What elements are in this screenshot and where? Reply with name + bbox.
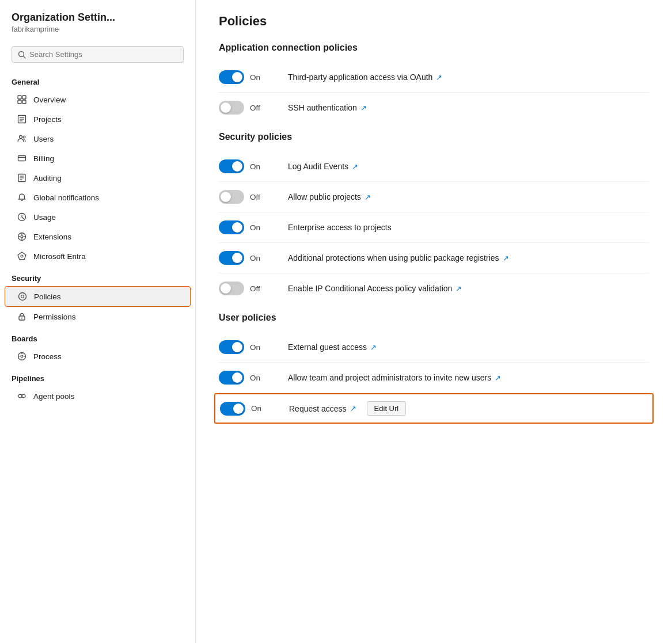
toggle-package-registries[interactable] <box>219 251 244 265</box>
toggle-wrapper-oauth: On <box>219 70 288 84</box>
edit-url-button[interactable]: Edit Url <box>367 401 407 416</box>
link-icon-package-registries[interactable]: ↗ <box>503 254 509 262</box>
toggle-wrapper-request-access: On <box>220 402 289 416</box>
sidebar-item-microsoft-entra[interactable]: Microsoft Entra <box>5 246 191 266</box>
svg-rect-2 <box>18 96 21 99</box>
toggle-public-projects[interactable] <box>219 190 244 204</box>
sidebar-item-auditing[interactable]: Auditing <box>5 168 191 188</box>
agent-pools-icon <box>16 390 28 402</box>
policy-name-external-guest: External guest access ↗ <box>288 343 377 352</box>
search-box[interactable] <box>12 46 184 63</box>
toggle-label-log-audit: On <box>250 162 268 171</box>
toggle-knob-oauth <box>232 72 242 82</box>
policies-icon <box>17 291 28 302</box>
sidebar-item-label: Agent pools <box>33 392 74 401</box>
svg-rect-5 <box>22 100 26 104</box>
toggle-knob-package-registries <box>232 253 242 263</box>
toggle-knob-ip-conditional <box>221 283 231 294</box>
sidebar-item-label: Global notifications <box>33 193 99 202</box>
sidebar-item-process[interactable]: Process <box>5 347 191 366</box>
policy-name-oauth: Third-party application access via OAuth… <box>288 73 442 82</box>
sidebar-item-label: Projects <box>33 115 62 124</box>
users-icon <box>16 133 28 144</box>
section-security-policies: Security policies On Log Audit Events ↗ <box>219 132 649 303</box>
svg-point-27 <box>19 293 26 300</box>
sidebar-item-label: Billing <box>33 154 54 163</box>
sidebar-item-usage[interactable]: Usage <box>5 207 191 227</box>
policy-name-invite-users: Allow team and project administrators to… <box>288 373 501 382</box>
policy-row-public-projects: Off Allow public projects ↗ <box>219 182 649 212</box>
sidebar-item-permissions[interactable]: Permissions <box>5 307 191 326</box>
general-section-label: General <box>0 70 195 90</box>
svg-point-30 <box>21 318 22 319</box>
link-icon-external-guest[interactable]: ↗ <box>370 343 377 352</box>
link-icon-oauth[interactable]: ↗ <box>436 73 442 82</box>
toggle-wrapper-log-audit: On <box>219 159 288 173</box>
svg-point-11 <box>23 136 25 138</box>
org-title: Organization Settin... <box>12 12 184 24</box>
policy-name-ip-conditional: Enable IP Conditional Access policy vali… <box>288 284 462 293</box>
policy-row-ssh: Off SSH authentication ↗ <box>219 93 649 123</box>
search-input[interactable] <box>29 50 177 59</box>
search-icon <box>18 51 26 59</box>
toggle-knob-request-access <box>233 404 244 414</box>
link-icon-log-audit[interactable]: ↗ <box>352 162 358 171</box>
toggle-oauth[interactable] <box>219 70 244 84</box>
toggle-invite-users[interactable] <box>219 371 244 385</box>
policy-name-ssh: SSH authentication ↗ <box>288 103 367 112</box>
toggle-request-access[interactable] <box>220 402 245 416</box>
sidebar-item-projects[interactable]: Projects <box>5 109 191 129</box>
toggle-label-oauth: On <box>250 73 268 82</box>
link-icon-invite-users[interactable]: ↗ <box>495 374 501 382</box>
policy-row-package-registries: On Additional protections when using pub… <box>219 243 649 273</box>
toggle-label-invite-users: On <box>250 374 268 382</box>
svg-point-26 <box>21 255 23 257</box>
toggle-label-ip-conditional: Off <box>250 284 268 293</box>
toggle-log-audit[interactable] <box>219 159 244 173</box>
policy-row-request-access: On Request access ↗ Edit Url <box>214 393 654 424</box>
toggle-knob-public-projects <box>221 192 231 202</box>
process-icon <box>16 351 28 362</box>
link-icon-ip-conditional[interactable]: ↗ <box>455 284 462 293</box>
svg-point-37 <box>18 394 22 398</box>
sidebar-item-agent-pools[interactable]: Agent pools <box>5 386 191 406</box>
link-icon-public-projects[interactable]: ↗ <box>365 193 371 201</box>
sidebar-item-billing[interactable]: Billing <box>5 149 191 168</box>
toggle-label-external-guest: On <box>250 343 268 352</box>
toggle-external-guest[interactable] <box>219 340 244 354</box>
link-icon-request-access[interactable]: ↗ <box>350 404 356 413</box>
org-subtitle: fabrikamprime <box>12 25 184 33</box>
svg-point-10 <box>20 136 22 139</box>
svg-marker-25 <box>18 252 26 260</box>
toggle-ssh[interactable] <box>219 101 244 115</box>
toggle-label-enterprise-access: On <box>250 223 268 232</box>
toggle-wrapper-external-guest: On <box>219 340 288 354</box>
sidebar-item-policies[interactable]: Policies <box>5 286 191 307</box>
toggle-wrapper-package-registries: On <box>219 251 288 265</box>
svg-point-28 <box>21 295 24 298</box>
policy-name-package-registries: Additional protections when using public… <box>288 253 509 262</box>
svg-point-38 <box>22 394 25 398</box>
svg-point-20 <box>21 235 23 238</box>
toggle-knob-invite-users <box>232 372 242 383</box>
sidebar-item-overview[interactable]: Overview <box>5 90 191 109</box>
link-icon-ssh[interactable]: ↗ <box>360 104 367 112</box>
sidebar: Organization Settin... fabrikamprime Gen… <box>0 0 196 643</box>
svg-line-1 <box>24 56 26 58</box>
sidebar-item-users[interactable]: Users <box>5 129 191 149</box>
sidebar-item-extensions[interactable]: Extensions <box>5 227 191 246</box>
sidebar-item-global-notifications[interactable]: Global notifications <box>5 188 191 207</box>
toggle-enterprise-access[interactable] <box>219 220 244 234</box>
main-content: Policies Application connection policies… <box>196 0 672 643</box>
toggle-knob-ssh <box>221 102 231 113</box>
sidebar-item-label: Process <box>33 352 62 361</box>
billing-icon <box>16 153 28 164</box>
sidebar-scroll: General Overview Projects Users Billing <box>0 70 195 643</box>
svg-rect-4 <box>18 100 21 104</box>
toggle-wrapper-ssh: Off <box>219 101 288 115</box>
svg-rect-3 <box>22 96 26 99</box>
toggle-ip-conditional[interactable] <box>219 281 244 295</box>
extensions-icon <box>16 231 28 242</box>
policy-name-public-projects: Allow public projects ↗ <box>288 192 371 201</box>
sidebar-item-label: Policies <box>34 292 61 301</box>
